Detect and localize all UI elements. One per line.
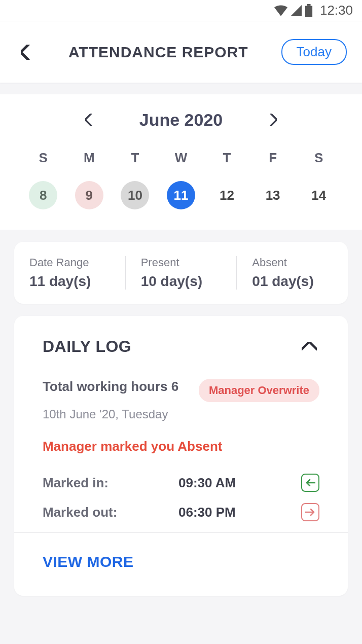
marked-out-label: Marked out: [43, 505, 178, 520]
marked-in-row: Marked in: 09:30 AM [43, 474, 319, 492]
summary-absent: Absent 01 day(s) [237, 256, 348, 290]
svg-rect-0 [307, 4, 310, 6]
summary-label: Date Range [29, 256, 110, 269]
summary-present: Present 10 day(s) [126, 256, 237, 290]
marked-in-time: 09:30 AM [178, 475, 301, 491]
svg-rect-1 [305, 6, 312, 17]
prev-month-button[interactable] [79, 110, 99, 130]
day-of-week-row: S M T W T F S [10, 150, 352, 166]
app-header: ATTENDANCE REPORT Today [0, 21, 362, 83]
status-bar: 12:30 [0, 0, 362, 21]
dow-label: W [167, 150, 195, 166]
daily-log-card: DAILY LOG Total working hours 6 Manager … [14, 316, 348, 596]
summary-value: 10 day(s) [141, 273, 222, 290]
calendar-day-selected[interactable]: 11 [167, 181, 195, 209]
month-label: June 2020 [139, 110, 223, 130]
day-row: 8 9 10 11 12 13 14 [10, 181, 352, 209]
calendar-card: June 2020 S M T W T F S 8 9 10 11 12 13 … [0, 94, 362, 230]
wifi-icon [274, 5, 287, 16]
summary-label: Absent [252, 256, 333, 269]
summary-label: Present [141, 256, 222, 269]
back-button[interactable] [15, 42, 35, 62]
dow-label: T [213, 150, 241, 166]
manager-overwrite-badge: Manager Overwrite [199, 379, 319, 402]
summary-value: 11 day(s) [29, 273, 110, 290]
next-month-button[interactable] [263, 110, 283, 130]
calendar-day[interactable]: 12 [213, 181, 241, 209]
battery-icon [305, 4, 313, 17]
calendar-day[interactable]: 13 [259, 181, 287, 209]
dow-label: S [305, 150, 333, 166]
summary-card: Date Range 11 day(s) Present 10 day(s) A… [14, 242, 348, 304]
absent-message: Manager marked you Absent [43, 439, 319, 454]
daily-log-title: DAILY LOG [43, 337, 131, 356]
cell-signal-icon [291, 5, 302, 16]
calendar-day[interactable]: 10 [121, 181, 149, 209]
marked-out-time: 06:30 PM [178, 505, 301, 520]
marked-in-label: Marked in: [43, 475, 178, 491]
status-time: 12:30 [320, 3, 353, 18]
calendar-day[interactable]: 9 [75, 181, 103, 209]
summary-value: 01 day(s) [252, 273, 333, 290]
today-button[interactable]: Today [281, 39, 347, 65]
log-date: 10th June '20, Tuesday [43, 407, 319, 421]
marked-out-row: Marked out: 06:30 PM [43, 503, 319, 521]
dow-label: M [75, 150, 103, 166]
calendar-day[interactable]: 14 [305, 181, 333, 209]
calendar-day[interactable]: 8 [29, 181, 57, 209]
page-title: ATTENDANCE REPORT [35, 44, 281, 61]
dow-label: T [121, 150, 149, 166]
arrow-in-icon [301, 474, 319, 492]
collapse-toggle[interactable] [299, 336, 319, 356]
view-more-button[interactable]: VIEW MORE [14, 533, 348, 570]
arrow-out-icon [301, 503, 319, 521]
summary-date-range: Date Range 11 day(s) [14, 256, 126, 290]
dow-label: S [29, 150, 57, 166]
total-working-hours: Total working hours 6 [43, 379, 178, 395]
dow-label: F [259, 150, 287, 166]
